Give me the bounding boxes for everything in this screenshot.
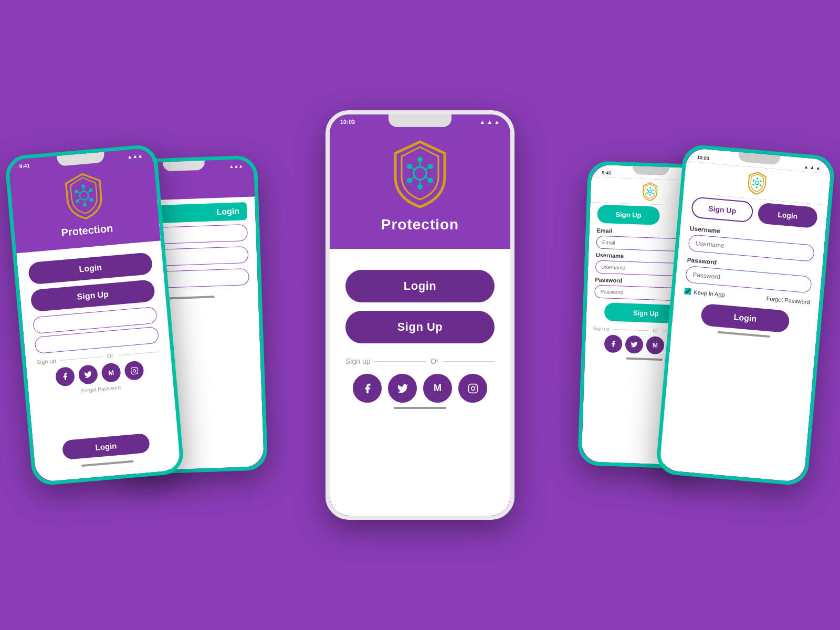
left-home-indicator [81,460,134,467]
right-login-button[interactable]: Login [700,303,790,333]
svg-point-23 [83,203,87,207]
center-or-line-right [443,361,495,362]
center-icons: ▲ ▲ ▲ [479,119,500,125]
center-or-line-left [374,361,426,362]
svg-point-39 [648,190,652,193]
svg-point-15 [475,385,476,386]
center-shield-icon [386,138,454,211]
left-or-line-left [60,356,103,360]
center-gmail-btn[interactable]: M [423,374,452,403]
svg-point-16 [79,191,89,201]
left-twitter-btn[interactable] [78,364,98,385]
center-or-text: Or [430,357,439,365]
left-bottom-login-btn[interactable]: Login [62,433,150,460]
left-forget-password[interactable]: Forget Password [81,384,121,394]
svg-point-31 [135,368,136,369]
back-right-facebook-btn[interactable] [604,334,622,353]
svg-point-42 [652,193,654,194]
svg-point-30 [133,369,135,372]
svg-point-9 [407,178,412,183]
left-signup-button[interactable]: Sign Up [30,279,155,312]
right-icons: ▲ ▲ ▲ [804,164,821,171]
center-signup-prefix: Sign up [345,357,370,365]
svg-line-24 [85,200,85,203]
svg-point-17 [81,184,85,188]
right-phone: 10:03 ▲ ▲ ▲ Sign Up Login [655,144,836,487]
svg-line-28 [78,192,80,194]
left-phone: 9:41 ▲▲▲ [4,144,185,487]
left-or-line-right [118,351,160,355]
svg-point-37 [752,184,754,186]
svg-line-4 [425,167,428,170]
left-icons: ▲▲▲ [127,153,143,160]
left-gmail-btn[interactable]: M [101,362,121,383]
svg-point-5 [428,178,433,183]
right-time: 10:03 [697,155,709,161]
left-or-text: Or [107,352,113,359]
left-instagram-btn[interactable] [124,360,144,381]
svg-point-33 [757,177,759,180]
center-social-row: M [353,374,487,403]
back-right-time: 9:41 [602,170,611,176]
center-content: Login Sign Up Sign up Or [330,249,510,516]
back-left-home-indicator [162,296,215,299]
center-twitter-btn[interactable] [388,374,417,403]
right-forget-link[interactable]: Forget Password [766,295,810,305]
svg-point-1 [417,157,423,162]
center-instagram-btn[interactable] [458,374,487,403]
back-left-teal-bar: Login [154,202,247,223]
right-keep-checkbox[interactable] [684,288,691,295]
center-phone: 10:03 ▲ ▲ ▲ [326,110,514,520]
center-app-title: Protection [381,216,459,233]
back-right-or-text: Or [653,328,658,333]
svg-point-36 [755,186,758,188]
svg-point-7 [417,184,423,190]
svg-point-0 [414,167,426,180]
svg-point-14 [471,386,475,390]
svg-line-12 [412,167,415,170]
back-right-twitter-btn[interactable] [625,335,643,354]
left-shield-icon [58,169,110,223]
right-keep-label: Keep in App [694,289,725,298]
back-right-gmail-btn[interactable]: M [646,336,664,354]
left-login-button[interactable]: Login [28,252,153,285]
center-header: Protection [330,127,510,249]
svg-point-35 [760,184,762,186]
back-right-signup-tab[interactable]: Sign Up [597,205,660,225]
svg-point-43 [649,194,651,196]
left-teal-login-area: Login [43,427,169,464]
svg-point-38 [753,180,755,182]
center-or-divider: Sign up Or [345,357,495,365]
left-time: 9:41 [19,163,30,170]
center-facebook-btn[interactable] [353,374,382,403]
right-keep-left: Keep in App [684,288,725,298]
svg-point-44 [646,192,648,194]
svg-point-45 [646,189,648,191]
left-facebook-btn[interactable] [55,366,76,387]
svg-rect-29 [131,367,138,374]
left-app-title: Protection [61,222,114,239]
center-signup-button[interactable]: Sign Up [345,311,495,343]
svg-line-10 [412,176,415,179]
svg-line-20 [87,191,89,193]
svg-point-34 [760,180,762,182]
svg-point-27 [75,190,78,193]
center-time: 10:03 [340,119,355,125]
left-header: Protection [9,160,161,253]
back-left-icons: ▲▲▲ [229,163,243,169]
svg-line-18 [83,188,84,191]
left-content: Login Sign Up Sign up Or [16,240,181,482]
left-signup-prefix: Sign up [36,358,56,365]
right-signup-tab[interactable]: Sign Up [691,196,754,223]
svg-point-41 [652,189,654,191]
center-login-button[interactable]: Login [345,270,495,302]
center-home-indicator [394,407,446,409]
notch [388,114,452,127]
back-right-home-indicator [626,358,663,361]
svg-rect-13 [468,384,477,393]
svg-point-40 [649,187,651,189]
right-home-indicator [718,331,770,338]
right-login-tab[interactable]: Login [757,202,818,228]
svg-line-6 [425,176,428,179]
back-left-notch [163,161,205,172]
